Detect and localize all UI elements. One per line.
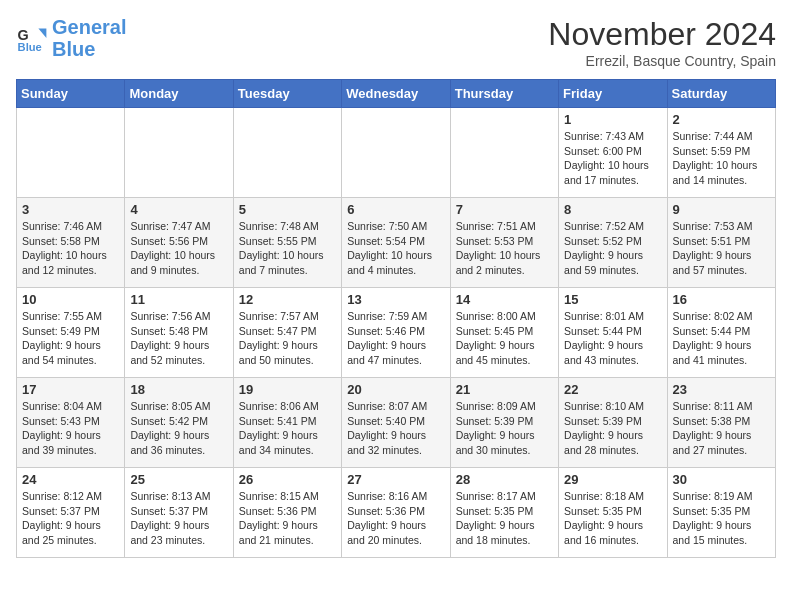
calendar-cell: [125, 108, 233, 198]
calendar-cell: 29Sunrise: 8:18 AM Sunset: 5:35 PM Dayli…: [559, 468, 667, 558]
day-number: 20: [347, 382, 444, 397]
calendar-cell: 7Sunrise: 7:51 AM Sunset: 5:53 PM Daylig…: [450, 198, 558, 288]
day-info: Sunrise: 7:59 AM Sunset: 5:46 PM Dayligh…: [347, 309, 444, 368]
day-number: 25: [130, 472, 227, 487]
day-number: 26: [239, 472, 336, 487]
day-info: Sunrise: 7:48 AM Sunset: 5:55 PM Dayligh…: [239, 219, 336, 278]
header-monday: Monday: [125, 80, 233, 108]
calendar-cell: 15Sunrise: 8:01 AM Sunset: 5:44 PM Dayli…: [559, 288, 667, 378]
day-info: Sunrise: 8:16 AM Sunset: 5:36 PM Dayligh…: [347, 489, 444, 548]
day-info: Sunrise: 8:15 AM Sunset: 5:36 PM Dayligh…: [239, 489, 336, 548]
header-tuesday: Tuesday: [233, 80, 341, 108]
calendar-cell: 4Sunrise: 7:47 AM Sunset: 5:56 PM Daylig…: [125, 198, 233, 288]
logo-line1: General: [52, 16, 126, 38]
header-wednesday: Wednesday: [342, 80, 450, 108]
day-info: Sunrise: 7:44 AM Sunset: 5:59 PM Dayligh…: [673, 129, 770, 188]
title-block: November 2024 Errezil, Basque Country, S…: [548, 16, 776, 69]
calendar-cell: [17, 108, 125, 198]
calendar: SundayMondayTuesdayWednesdayThursdayFrid…: [16, 79, 776, 558]
day-info: Sunrise: 8:17 AM Sunset: 5:35 PM Dayligh…: [456, 489, 553, 548]
calendar-cell: 20Sunrise: 8:07 AM Sunset: 5:40 PM Dayli…: [342, 378, 450, 468]
calendar-cell: 22Sunrise: 8:10 AM Sunset: 5:39 PM Dayli…: [559, 378, 667, 468]
calendar-cell: 10Sunrise: 7:55 AM Sunset: 5:49 PM Dayli…: [17, 288, 125, 378]
calendar-cell: 23Sunrise: 8:11 AM Sunset: 5:38 PM Dayli…: [667, 378, 775, 468]
day-info: Sunrise: 8:11 AM Sunset: 5:38 PM Dayligh…: [673, 399, 770, 458]
day-info: Sunrise: 8:02 AM Sunset: 5:44 PM Dayligh…: [673, 309, 770, 368]
logo: G Blue General Blue: [16, 16, 126, 60]
calendar-cell: 2Sunrise: 7:44 AM Sunset: 5:59 PM Daylig…: [667, 108, 775, 198]
day-info: Sunrise: 7:56 AM Sunset: 5:48 PM Dayligh…: [130, 309, 227, 368]
day-info: Sunrise: 7:51 AM Sunset: 5:53 PM Dayligh…: [456, 219, 553, 278]
day-info: Sunrise: 7:43 AM Sunset: 6:00 PM Dayligh…: [564, 129, 661, 188]
day-info: Sunrise: 8:12 AM Sunset: 5:37 PM Dayligh…: [22, 489, 119, 548]
day-info: Sunrise: 8:05 AM Sunset: 5:42 PM Dayligh…: [130, 399, 227, 458]
day-number: 9: [673, 202, 770, 217]
day-number: 8: [564, 202, 661, 217]
day-number: 19: [239, 382, 336, 397]
calendar-cell: 9Sunrise: 7:53 AM Sunset: 5:51 PM Daylig…: [667, 198, 775, 288]
day-number: 17: [22, 382, 119, 397]
day-number: 23: [673, 382, 770, 397]
svg-marker-1: [38, 28, 46, 38]
calendar-cell: 5Sunrise: 7:48 AM Sunset: 5:55 PM Daylig…: [233, 198, 341, 288]
calendar-cell: 25Sunrise: 8:13 AM Sunset: 5:37 PM Dayli…: [125, 468, 233, 558]
calendar-week-2: 10Sunrise: 7:55 AM Sunset: 5:49 PM Dayli…: [17, 288, 776, 378]
day-info: Sunrise: 8:01 AM Sunset: 5:44 PM Dayligh…: [564, 309, 661, 368]
calendar-cell: 30Sunrise: 8:19 AM Sunset: 5:35 PM Dayli…: [667, 468, 775, 558]
calendar-cell: 18Sunrise: 8:05 AM Sunset: 5:42 PM Dayli…: [125, 378, 233, 468]
day-number: 27: [347, 472, 444, 487]
calendar-header-row: SundayMondayTuesdayWednesdayThursdayFrid…: [17, 80, 776, 108]
header-saturday: Saturday: [667, 80, 775, 108]
calendar-cell: 1Sunrise: 7:43 AM Sunset: 6:00 PM Daylig…: [559, 108, 667, 198]
day-number: 11: [130, 292, 227, 307]
day-info: Sunrise: 7:52 AM Sunset: 5:52 PM Dayligh…: [564, 219, 661, 278]
calendar-cell: 28Sunrise: 8:17 AM Sunset: 5:35 PM Dayli…: [450, 468, 558, 558]
day-number: 22: [564, 382, 661, 397]
calendar-cell: [233, 108, 341, 198]
calendar-cell: [342, 108, 450, 198]
day-number: 1: [564, 112, 661, 127]
calendar-week-0: 1Sunrise: 7:43 AM Sunset: 6:00 PM Daylig…: [17, 108, 776, 198]
day-info: Sunrise: 8:19 AM Sunset: 5:35 PM Dayligh…: [673, 489, 770, 548]
calendar-cell: 16Sunrise: 8:02 AM Sunset: 5:44 PM Dayli…: [667, 288, 775, 378]
day-number: 4: [130, 202, 227, 217]
day-number: 2: [673, 112, 770, 127]
location: Errezil, Basque Country, Spain: [548, 53, 776, 69]
day-number: 3: [22, 202, 119, 217]
day-number: 24: [22, 472, 119, 487]
calendar-cell: 24Sunrise: 8:12 AM Sunset: 5:37 PM Dayli…: [17, 468, 125, 558]
calendar-cell: 12Sunrise: 7:57 AM Sunset: 5:47 PM Dayli…: [233, 288, 341, 378]
day-info: Sunrise: 8:10 AM Sunset: 5:39 PM Dayligh…: [564, 399, 661, 458]
day-number: 28: [456, 472, 553, 487]
day-number: 14: [456, 292, 553, 307]
calendar-cell: 6Sunrise: 7:50 AM Sunset: 5:54 PM Daylig…: [342, 198, 450, 288]
logo-line2: Blue: [52, 38, 95, 60]
calendar-cell: [450, 108, 558, 198]
day-info: Sunrise: 7:46 AM Sunset: 5:58 PM Dayligh…: [22, 219, 119, 278]
day-info: Sunrise: 7:53 AM Sunset: 5:51 PM Dayligh…: [673, 219, 770, 278]
calendar-cell: 19Sunrise: 8:06 AM Sunset: 5:41 PM Dayli…: [233, 378, 341, 468]
day-number: 12: [239, 292, 336, 307]
day-info: Sunrise: 8:13 AM Sunset: 5:37 PM Dayligh…: [130, 489, 227, 548]
calendar-cell: 13Sunrise: 7:59 AM Sunset: 5:46 PM Dayli…: [342, 288, 450, 378]
day-number: 29: [564, 472, 661, 487]
day-info: Sunrise: 7:55 AM Sunset: 5:49 PM Dayligh…: [22, 309, 119, 368]
logo-icon: G Blue: [16, 22, 48, 54]
day-info: Sunrise: 8:09 AM Sunset: 5:39 PM Dayligh…: [456, 399, 553, 458]
calendar-week-1: 3Sunrise: 7:46 AM Sunset: 5:58 PM Daylig…: [17, 198, 776, 288]
day-number: 10: [22, 292, 119, 307]
header-sunday: Sunday: [17, 80, 125, 108]
day-number: 21: [456, 382, 553, 397]
calendar-week-4: 24Sunrise: 8:12 AM Sunset: 5:37 PM Dayli…: [17, 468, 776, 558]
svg-text:Blue: Blue: [18, 41, 42, 53]
calendar-cell: 14Sunrise: 8:00 AM Sunset: 5:45 PM Dayli…: [450, 288, 558, 378]
calendar-cell: 17Sunrise: 8:04 AM Sunset: 5:43 PM Dayli…: [17, 378, 125, 468]
month-title: November 2024: [548, 16, 776, 53]
day-info: Sunrise: 8:06 AM Sunset: 5:41 PM Dayligh…: [239, 399, 336, 458]
day-number: 30: [673, 472, 770, 487]
page-header: G Blue General Blue November 2024 Errezi…: [16, 16, 776, 69]
day-info: Sunrise: 7:50 AM Sunset: 5:54 PM Dayligh…: [347, 219, 444, 278]
day-number: 5: [239, 202, 336, 217]
calendar-cell: 11Sunrise: 7:56 AM Sunset: 5:48 PM Dayli…: [125, 288, 233, 378]
day-info: Sunrise: 8:04 AM Sunset: 5:43 PM Dayligh…: [22, 399, 119, 458]
